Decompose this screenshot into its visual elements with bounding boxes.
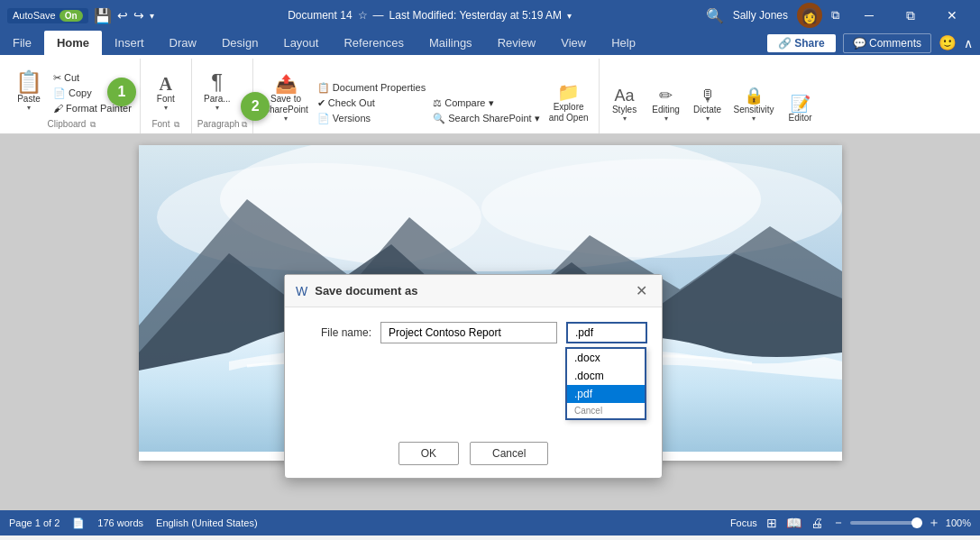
save-to-sharepoint-icon: 📤 bbox=[275, 75, 298, 93]
share-button[interactable]: 🔗 Share bbox=[767, 34, 836, 52]
format-select[interactable]: .docx .docm .pdf bbox=[566, 322, 647, 343]
doc-star-icon: ☆ bbox=[358, 9, 368, 22]
format-dropdown[interactable]: .docx .docm .pdf bbox=[566, 322, 647, 343]
document-properties-button[interactable]: 📋 Document Properties bbox=[315, 81, 428, 95]
undo-icon[interactable]: ↩ bbox=[117, 8, 128, 23]
dialog-body: File name: .docx .docm .pdf .docx .docm … bbox=[285, 307, 662, 435]
font-icon: A bbox=[160, 75, 172, 93]
tab-draw[interactable]: Draw bbox=[157, 31, 209, 55]
compare-button[interactable]: ⚖ Compare ▾ bbox=[430, 96, 542, 110]
status-bar: Page 1 of 2 📄 176 words English (United … bbox=[0, 510, 980, 535]
word-count: 176 words bbox=[97, 517, 143, 528]
last-modified: Last Modified: Yesterday at 5:19 AM bbox=[389, 9, 562, 22]
dictate-button[interactable]: 🎙 Dictate ▾ bbox=[688, 85, 728, 125]
styles-icon: Aa bbox=[615, 87, 635, 104]
layout-view-icon[interactable]: ⊞ bbox=[766, 516, 777, 530]
language: English (United States) bbox=[156, 517, 258, 528]
paragraph-button[interactable]: ¶ Para... ▾ bbox=[197, 69, 237, 114]
title-bar-right: 🔍 Sally Jones 👩 ⧉ ─ ⧉ ✕ bbox=[706, 0, 973, 31]
group-editing: Aa Styles ▾ ✏ Editing ▾ 🎙 Dictate ▾ 🔒 Se… bbox=[600, 59, 826, 133]
tabs-bar: File Home Insert Draw Design Layout Refe… bbox=[0, 31, 760, 55]
ribbon-actions: 🔗 Share 💬 Comments 🙂 ∧ bbox=[760, 32, 980, 55]
tab-mailings[interactable]: Mailings bbox=[417, 31, 485, 55]
group-sharepoint-label bbox=[259, 127, 592, 133]
explore-and-open-button[interactable]: 📁 Explore and Open bbox=[545, 80, 593, 125]
check-out-button[interactable]: ✔ Check Out bbox=[315, 96, 428, 110]
dialog-word-icon: W bbox=[296, 284, 307, 298]
tab-view[interactable]: View bbox=[548, 31, 599, 55]
sharepoint-small-buttons: 📋 Document Properties ✔ Check Out 📄 Vers… bbox=[315, 81, 428, 125]
feedback-icon[interactable]: 🙂 bbox=[939, 34, 957, 51]
format-dropdown-open: .docx .docm .pdf Cancel bbox=[565, 347, 647, 420]
sharepoint-small-buttons-2: ⚖ Compare ▾ 🔍 Search SharePoint ▾ bbox=[430, 96, 542, 125]
avatar[interactable]: 👩 bbox=[797, 3, 822, 28]
word-count-icon: 📄 bbox=[72, 517, 85, 529]
save-icon[interactable]: 💾 bbox=[94, 7, 112, 24]
font-label: Font bbox=[157, 94, 175, 104]
modified-dropdown-icon[interactable]: ▾ bbox=[567, 11, 572, 21]
redo-icon[interactable]: ↪ bbox=[133, 8, 144, 23]
restore-button[interactable]: ⧉ bbox=[890, 0, 931, 31]
tab-home[interactable]: Home bbox=[44, 31, 102, 55]
zoom-in-button[interactable]: ＋ bbox=[928, 515, 940, 531]
option-pdf[interactable]: .pdf bbox=[567, 385, 645, 403]
option-cancel-area[interactable]: Cancel bbox=[567, 403, 645, 418]
cancel-button[interactable]: Cancel bbox=[470, 442, 548, 465]
zoom-slider[interactable] bbox=[850, 521, 922, 525]
tab-help[interactable]: Help bbox=[599, 31, 648, 55]
versions-button[interactable]: 📄 Versions bbox=[315, 112, 428, 125]
sensitivity-button[interactable]: 🔒 Sensitivity ▾ bbox=[729, 85, 779, 125]
search-icon[interactable]: 🔍 bbox=[706, 7, 724, 24]
window-controls: ─ ⧉ ✕ bbox=[848, 0, 973, 31]
styles-button[interactable]: Aa Styles ▾ bbox=[605, 85, 645, 125]
tab-insert[interactable]: Insert bbox=[102, 31, 157, 55]
collapse-ribbon-button[interactable]: ∧ bbox=[964, 36, 973, 50]
read-mode-icon[interactable]: 📖 bbox=[786, 516, 801, 530]
font-button[interactable]: A Font ▾ bbox=[146, 72, 186, 114]
ribbon-band: 📋 Paste ▾ ✂ Cut 📄 Copy 🖌 Format Painter … bbox=[0, 55, 980, 134]
option-docx[interactable]: .docx bbox=[567, 349, 645, 367]
group-font-items: A Font ▾ bbox=[146, 59, 186, 116]
file-name-label: File name: bbox=[299, 326, 371, 339]
editor-icon: 📝 bbox=[791, 96, 811, 112]
ok-button[interactable]: OK bbox=[398, 442, 459, 465]
dialog-title-text: Save document as bbox=[315, 284, 632, 297]
restore-icon[interactable]: ⧉ bbox=[831, 8, 839, 23]
document-area: W Save document as ✕ File name: .docx .d… bbox=[0, 134, 980, 510]
file-name-row: File name: .docx .docm .pdf bbox=[299, 322, 647, 343]
autosave-state: On bbox=[60, 10, 83, 22]
title-bar-center: Document 14 ☆ — Last Modified: Yesterday… bbox=[154, 9, 706, 22]
file-name-input[interactable] bbox=[380, 322, 557, 343]
print-layout-icon[interactable]: 🖨 bbox=[811, 516, 823, 530]
group-sharepoint: 📤 Save to SharePoint ▾ 📋 Document Proper… bbox=[253, 59, 599, 133]
tab-review[interactable]: Review bbox=[485, 31, 549, 55]
step-1-badge: 1 bbox=[107, 78, 136, 106]
option-docm[interactable]: .docm bbox=[567, 367, 645, 385]
group-font-label: Font ⧉ bbox=[146, 116, 186, 133]
focus-button[interactable]: Focus bbox=[730, 517, 757, 528]
editor-button[interactable]: 📝 Editor bbox=[781, 93, 820, 125]
dialog-title-bar: W Save document as ✕ bbox=[285, 275, 662, 307]
dialog-footer: OK Cancel bbox=[285, 435, 662, 478]
autosave-toggle[interactable]: AutoSave On bbox=[7, 8, 88, 23]
paste-button[interactable]: 📋 Paste ▾ bbox=[9, 69, 49, 114]
zoom-level: 100% bbox=[946, 517, 971, 528]
group-editing-label bbox=[605, 127, 820, 133]
page-info: Page 1 of 2 bbox=[9, 517, 60, 528]
editing-label: Editing bbox=[652, 105, 680, 114]
search-sharepoint-button[interactable]: 🔍 Search SharePoint ▾ bbox=[430, 112, 542, 125]
zoom-out-button[interactable]: － bbox=[832, 515, 845, 531]
zoom-bar: － ＋ 100% bbox=[832, 515, 971, 531]
dialog-close-button[interactable]: ✕ bbox=[632, 282, 651, 299]
editing-button[interactable]: ✏ Editing ▾ bbox=[646, 85, 686, 125]
dictate-icon: 🎙 bbox=[700, 87, 716, 104]
tab-references[interactable]: References bbox=[331, 31, 416, 55]
sensitivity-icon: 🔒 bbox=[744, 87, 764, 104]
minimize-button[interactable]: ─ bbox=[848, 0, 890, 31]
group-paragraph-items: ¶ Para... ▾ bbox=[197, 59, 247, 116]
comments-button[interactable]: 💬 Comments bbox=[843, 33, 931, 53]
tab-file[interactable]: File bbox=[0, 31, 44, 55]
close-button[interactable]: ✕ bbox=[931, 0, 973, 31]
tab-design[interactable]: Design bbox=[209, 31, 270, 55]
tab-layout[interactable]: Layout bbox=[270, 31, 331, 55]
